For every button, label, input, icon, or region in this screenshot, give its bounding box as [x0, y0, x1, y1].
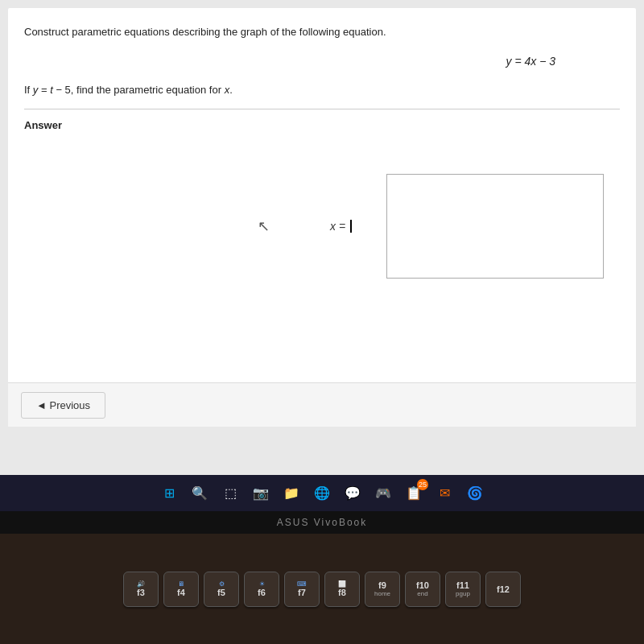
steam-icon[interactable]: 🎮	[372, 482, 394, 505]
bottom-nav: ◄ Previous	[8, 382, 636, 427]
discord-icon[interactable]: 💬	[341, 482, 364, 505]
key-f11[interactable]: f11 pgup	[445, 572, 481, 607]
key-f3[interactable]: 🔊 f3	[123, 572, 159, 607]
key-f9[interactable]: f9 home	[365, 572, 400, 607]
folder-icon[interactable]: 📁	[280, 482, 303, 505]
edge-icon[interactable]: 🌐	[311, 482, 333, 505]
key-f10[interactable]: f10 end	[405, 572, 440, 607]
notification-badge: 25	[417, 479, 428, 490]
keyboard-area: 🔊 f3 🖥 f4 ⚙ f5 ☀ f6 ⌨ f7 ⬜ f8 f9 home f1…	[0, 534, 644, 644]
search-icon[interactable]: 🔍	[188, 482, 211, 505]
taskbar: ⊞ 🔍 ⬚ 📷 📁 🌐 💬 🎮 📋 25 ✉ 🌀	[0, 475, 644, 511]
divider	[24, 109, 620, 109]
mouse-cursor-icon: ↖	[258, 218, 270, 234]
key-f7[interactable]: ⌨ f7	[284, 572, 320, 607]
content-card: Construct parametric equations describin…	[8, 8, 636, 427]
x-equals-label: x =	[330, 220, 345, 233]
key-f5[interactable]: ⚙ f5	[204, 572, 239, 607]
asus-text: ASUS VivoBook	[277, 517, 368, 528]
edge2-icon[interactable]: 🌀	[464, 482, 486, 505]
key-f4[interactable]: 🖥 f4	[163, 572, 199, 607]
key-f8[interactable]: ⬜ f8	[324, 572, 360, 607]
previous-button[interactable]: ◄ Previous	[21, 392, 105, 419]
text-cursor	[350, 220, 352, 233]
windows-icon[interactable]: ⊞	[158, 482, 180, 505]
mail-icon[interactable]: ✉	[433, 482, 456, 505]
equation-display: y = 4x − 3	[24, 55, 620, 68]
x-equals-area: x =	[330, 220, 352, 233]
question-intro: Construct parametric equations describin…	[24, 24, 620, 40]
answer-area: ↖ x =	[24, 138, 620, 315]
equation-text: y = 4x − 3	[506, 55, 556, 68]
asus-label: ASUS VivoBook	[0, 511, 644, 534]
office-icon[interactable]: 📋 25	[402, 482, 425, 505]
answer-label: Answer	[24, 119, 620, 131]
answer-input-box[interactable]	[386, 174, 604, 279]
key-f6[interactable]: ☀ f6	[244, 572, 279, 607]
task-view-icon[interactable]: ⬚	[219, 482, 242, 505]
sub-question: If y = t − 5, find the parametric equati…	[24, 84, 620, 96]
screen-area: Construct parametric equations describin…	[0, 0, 644, 475]
key-f12[interactable]: f12	[485, 572, 521, 607]
camera-icon[interactable]: 📷	[250, 482, 272, 505]
cursor-area: ↖	[258, 217, 270, 235]
